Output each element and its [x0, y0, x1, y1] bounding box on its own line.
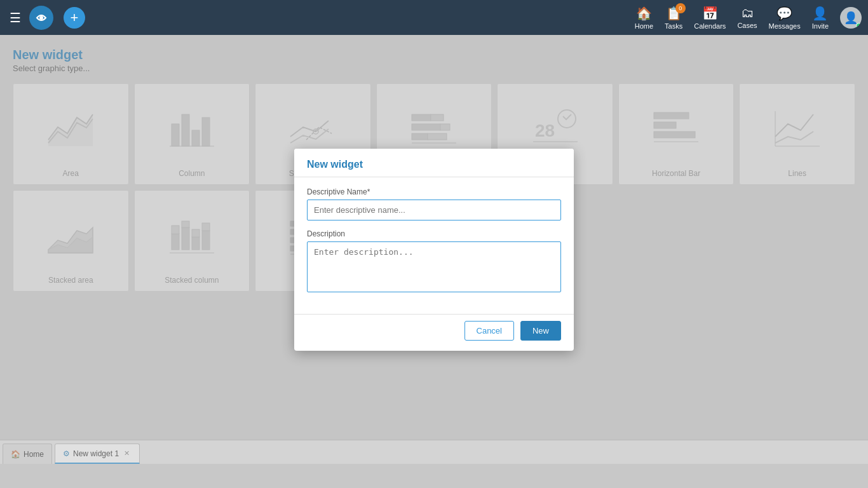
nav-calendars-label: Calendars [694, 22, 726, 30]
user-avatar[interactable]: 👤 [840, 7, 862, 29]
messages-icon: 💬 [776, 6, 792, 21]
calendars-icon: 📅 [702, 6, 718, 21]
nav-tasks-label: Tasks [665, 22, 682, 30]
cancel-button[interactable]: Cancel [465, 321, 514, 341]
modal-overlay: New widget Descriptive Name* Description… [0, 35, 868, 464]
modal-body: Descriptive Name* Description [294, 177, 574, 314]
tasks-icon: 📋 0 [666, 6, 682, 21]
nav-messages-label: Messages [769, 22, 801, 30]
descriptive-name-label: Descriptive Name* [307, 187, 561, 196]
nav-invite-label: Invite [812, 22, 829, 30]
description-label: Description [307, 229, 561, 238]
modal-title: New widget [307, 159, 363, 170]
online-indicator [856, 23, 862, 29]
modal-header: New widget [294, 149, 574, 177]
topnav-right: 🏠 Home 📋 0 Tasks 📅 Calendars 🗂 Cases 💬 M… [635, 6, 862, 30]
nav-calendars[interactable]: 📅 Calendars [694, 6, 726, 30]
descriptive-name-input[interactable] [307, 200, 561, 220]
modal-footer: Cancel New [294, 314, 574, 351]
nav-home[interactable]: 🏠 Home [635, 6, 653, 30]
add-button[interactable]: + [64, 7, 85, 29]
logo-button[interactable] [29, 6, 53, 30]
description-group: Description [307, 229, 561, 295]
tasks-badge: 0 [675, 3, 686, 13]
svg-point-0 [39, 16, 43, 20]
nav-tasks[interactable]: 📋 0 Tasks [665, 6, 682, 30]
nav-cases[interactable]: 🗂 Cases [737, 6, 757, 29]
new-widget-modal: New widget Descriptive Name* Description… [294, 149, 574, 351]
nav-messages[interactable]: 💬 Messages [769, 6, 801, 30]
topnav: ☰ + 🏠 Home 📋 0 Tasks 📅 Calendars 🗂 Ca [0, 0, 868, 35]
descriptive-name-group: Descriptive Name* [307, 187, 561, 220]
nav-invite[interactable]: 👤 Invite [812, 6, 829, 30]
logo-icon [34, 11, 48, 25]
description-textarea[interactable] [307, 241, 561, 292]
nav-home-label: Home [635, 22, 653, 30]
nav-cases-label: Cases [737, 22, 757, 29]
new-button[interactable]: New [520, 321, 561, 341]
hamburger-button[interactable]: ☰ [6, 7, 24, 29]
invite-icon: 👤 [812, 6, 828, 21]
cases-icon: 🗂 [741, 6, 754, 20]
main-content: New widget Select graphic type... Area [0, 35, 868, 464]
home-icon: 🏠 [636, 6, 652, 21]
topnav-left: ☰ + [6, 6, 85, 30]
